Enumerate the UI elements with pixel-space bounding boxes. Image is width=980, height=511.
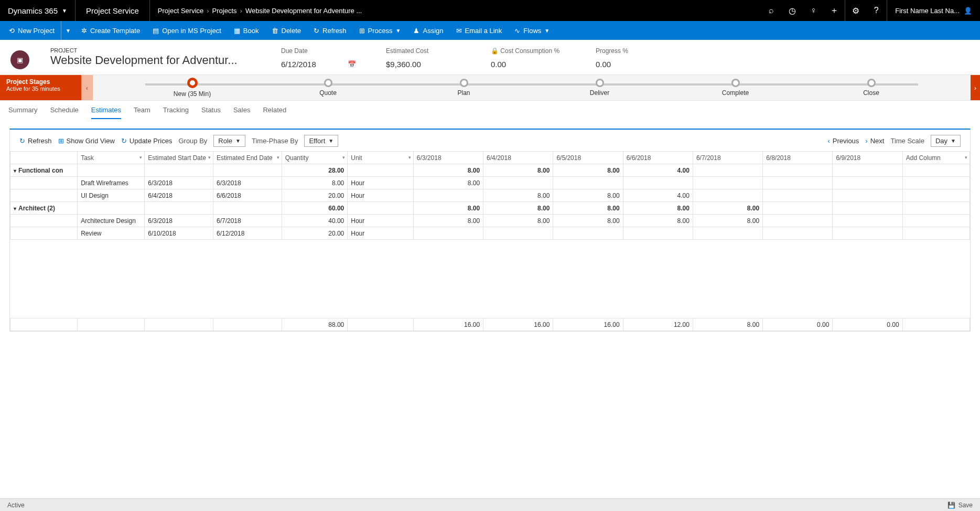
cell[interactable] xyxy=(413,189,483,202)
cell[interactable]: 8.00 xyxy=(483,215,553,227)
user-menu[interactable]: First Name Last Na... 👤 xyxy=(887,0,980,21)
table-row[interactable]: Draft Wireframes 6/3/2018 6/3/2018 8.00 … xyxy=(10,177,970,189)
cell[interactable]: 8.00 xyxy=(413,215,483,227)
col-unit[interactable]: Unit▾ xyxy=(348,152,414,164)
cell[interactable]: 6/6/2018 xyxy=(213,189,282,202)
cell[interactable]: 40.00 xyxy=(282,215,348,227)
update-prices-button[interactable]: ↻Update Prices xyxy=(121,137,173,145)
app-name[interactable]: Project Service xyxy=(76,0,150,21)
cell[interactable]: Hour xyxy=(348,189,414,202)
col-expand[interactable] xyxy=(10,152,78,164)
cell[interactable]: Hour xyxy=(348,177,414,189)
cell[interactable] xyxy=(763,177,833,189)
create-template-button[interactable]: ✲Create Template xyxy=(75,21,146,40)
cell[interactable]: 6/3/2018 xyxy=(145,177,213,189)
assign-button[interactable]: ♟Assign xyxy=(407,21,449,40)
table-row[interactable]: UI Design 6/4/2018 6/6/2018 20.00 Hour 8… xyxy=(10,189,970,202)
cell[interactable]: Hour xyxy=(348,227,414,240)
stage-complete[interactable]: Complete xyxy=(667,79,803,97)
help-icon[interactable]: ? xyxy=(866,0,887,21)
col-date[interactable]: 6/5/2018 xyxy=(553,152,623,164)
cell[interactable]: 8.00 xyxy=(413,177,483,189)
cell[interactable]: Review xyxy=(78,227,145,240)
cell[interactable] xyxy=(833,189,902,202)
tab-status[interactable]: Status xyxy=(201,106,221,119)
tab-team[interactable]: Team xyxy=(134,106,150,119)
process-button[interactable]: ⊞Process▼ xyxy=(353,21,407,40)
cell[interactable]: 20.00 xyxy=(282,227,348,240)
col-add-column[interactable]: Add Column▾ xyxy=(902,152,970,164)
col-date[interactable]: 6/8/2018 xyxy=(763,152,833,164)
collapse-icon[interactable]: ▾ xyxy=(14,206,16,211)
cell[interactable]: 8.00 xyxy=(623,215,693,227)
stage-next-arrow[interactable]: › xyxy=(971,75,980,100)
stage-prev-arrow[interactable]: ‹ xyxy=(81,75,93,100)
time-phase-select[interactable]: Effort▼ xyxy=(304,135,338,147)
book-button[interactable]: ▦Book xyxy=(228,21,265,40)
flows-button[interactable]: ∿Flows▼ xyxy=(508,21,556,40)
cell[interactable]: 6/3/2018 xyxy=(213,177,282,189)
col-quantity[interactable]: Quantity▾ xyxy=(282,152,348,164)
grid-refresh-button[interactable]: ↻Refresh xyxy=(19,137,52,145)
cell[interactable] xyxy=(483,227,553,240)
tab-estimates[interactable]: Estimates xyxy=(91,106,121,119)
cell[interactable] xyxy=(553,177,623,189)
table-row[interactable]: Architecture Design 6/3/2018 6/7/2018 40… xyxy=(10,215,970,227)
cell[interactable]: UI Design xyxy=(78,189,145,202)
col-date[interactable]: 6/4/2018 xyxy=(483,152,553,164)
new-project-button[interactable]: ⟲ New Project xyxy=(3,21,61,40)
cell[interactable]: Hour xyxy=(348,215,414,227)
email-link-button[interactable]: ✉Email a Link xyxy=(450,21,509,40)
brand-menu[interactable]: Dynamics 365 ▼ xyxy=(0,0,76,21)
cell[interactable] xyxy=(833,227,902,240)
next-button[interactable]: ›Next xyxy=(865,137,884,145)
new-project-dropdown[interactable]: ▼ xyxy=(61,21,75,40)
show-grid-view-button[interactable]: ⊞Show Grid View xyxy=(58,137,115,145)
cell[interactable]: Draft Wireframes xyxy=(78,177,145,189)
cell[interactable]: 8.00 xyxy=(553,215,623,227)
breadcrumb-item[interactable]: Website Development for Adventure ... xyxy=(245,7,362,15)
cell[interactable]: 4.00 xyxy=(623,189,693,202)
col-task[interactable]: Task▾ xyxy=(78,152,145,164)
timer-icon[interactable]: ◷ xyxy=(782,0,803,21)
cell[interactable] xyxy=(483,177,553,189)
cell[interactable] xyxy=(763,189,833,202)
breadcrumb-item[interactable]: Projects xyxy=(212,7,237,15)
cell[interactable] xyxy=(413,227,483,240)
refresh-button[interactable]: ↻Refresh xyxy=(307,21,353,40)
group-row[interactable]: ▾Functional con 28.00 8.00 8.00 8.00 4.0… xyxy=(10,164,970,177)
stage-close[interactable]: Close xyxy=(803,79,939,97)
search-icon[interactable]: ⌕ xyxy=(761,0,782,21)
cell[interactable] xyxy=(693,227,762,240)
cell[interactable]: 6/3/2018 xyxy=(145,215,213,227)
breadcrumb-item[interactable]: Project Service xyxy=(158,7,203,15)
cell[interactable] xyxy=(763,227,833,240)
stage-plan[interactable]: Plan xyxy=(396,79,532,97)
collapse-icon[interactable]: ▾ xyxy=(14,168,16,174)
stage-deliver[interactable]: Deliver xyxy=(532,79,667,97)
col-end-date[interactable]: Estimated End Date▾ xyxy=(213,152,282,164)
stage-quote[interactable]: Quote xyxy=(260,79,396,97)
col-date[interactable]: 6/6/2018 xyxy=(623,152,693,164)
col-date[interactable]: 6/3/2018 xyxy=(413,152,483,164)
delete-button[interactable]: 🗑Delete xyxy=(265,21,308,40)
cell[interactable]: 8.00 xyxy=(693,215,762,227)
col-date[interactable]: 6/9/2018 xyxy=(833,152,902,164)
open-ms-project-button[interactable]: ▤Open in MS Project xyxy=(146,21,228,40)
tab-schedule[interactable]: Schedule xyxy=(50,106,79,119)
plus-icon[interactable]: ＋ xyxy=(824,0,845,21)
cell[interactable] xyxy=(693,177,762,189)
col-date[interactable]: 6/7/2018 xyxy=(693,152,762,164)
calendar-icon[interactable]: 📅 xyxy=(348,60,356,68)
cell[interactable] xyxy=(553,227,623,240)
lightbulb-icon[interactable]: ♀ xyxy=(803,0,824,21)
time-scale-select[interactable]: Day▼ xyxy=(931,135,961,147)
cell[interactable]: Architecture Design xyxy=(78,215,145,227)
due-date-value[interactable]: 6/12/2018 xyxy=(281,60,316,69)
gear-icon[interactable]: ⚙ xyxy=(845,0,866,21)
cell[interactable] xyxy=(623,177,693,189)
previous-button[interactable]: ‹Previous xyxy=(827,137,859,145)
tab-related[interactable]: Related xyxy=(263,106,286,119)
cell[interactable] xyxy=(833,177,902,189)
col-start-date[interactable]: Estimated Start Date▾ xyxy=(145,152,213,164)
